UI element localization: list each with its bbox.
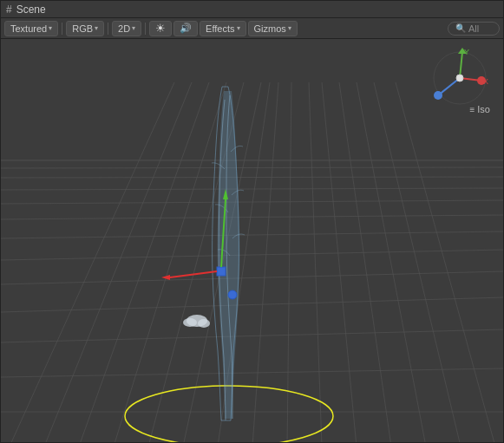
effects-label: Effects (206, 23, 234, 34)
dimension-label: 2D (118, 23, 130, 34)
iso-label: ≡ Iso (469, 104, 490, 114)
search-placeholder: All (468, 23, 479, 34)
effects-arrow: ▾ (237, 24, 240, 32)
speaker-icon: 🔊 (180, 23, 192, 34)
view-mode-dropdown[interactable]: Textured ▾ (4, 21, 58, 36)
scene-icon: # (6, 3, 12, 16)
sep3 (145, 23, 146, 35)
svg-text:Y: Y (464, 48, 469, 56)
toolbar: Textured ▾ RGB ▾ 2D ▾ ☀ 🔊 Effects ▾ Gizm… (1, 18, 503, 39)
svg-point-37 (198, 319, 210, 328)
gizmos-arrow: ▾ (288, 24, 291, 32)
color-mode-arrow: ▾ (95, 24, 98, 32)
gizmos-dropdown[interactable]: Gizmos ▾ (248, 21, 298, 36)
color-mode-label: RGB (72, 23, 93, 34)
gizmos-label: Gizmos (254, 23, 286, 34)
transform-origin (217, 267, 226, 276)
effects-dropdown[interactable]: Effects ▾ (200, 21, 245, 36)
svg-text:X: X (483, 77, 488, 86)
svg-point-40 (434, 91, 442, 100)
svg-point-36 (183, 318, 197, 327)
search-field[interactable]: 🔍 All (448, 22, 500, 36)
axis-gizmo[interactable]: Y X (429, 48, 490, 108)
dimension-arrow: ▾ (132, 24, 135, 32)
view-mode-label: Textured (10, 23, 47, 34)
window-title: Scene (16, 3, 46, 16)
gizmo-svg: Y X (429, 48, 490, 108)
svg-point-34 (228, 290, 237, 299)
grid-overlay: .grid-line { stroke: #525252; stroke-wid… (1, 39, 503, 442)
viewport[interactable]: .grid-line { stroke: #525252; stroke-wid… (1, 39, 503, 442)
dimension-dropdown[interactable]: 2D ▾ (112, 21, 141, 36)
sun-icon: ☀ (155, 22, 166, 35)
speaker-button[interactable]: 🔊 (173, 21, 198, 36)
svg-point-47 (456, 75, 463, 81)
title-bar: # Scene (1, 1, 503, 18)
search-icon: 🔍 (455, 23, 466, 33)
color-mode-dropdown[interactable]: RGB ▾ (66, 21, 104, 36)
svg-rect-0 (1, 39, 503, 442)
view-mode-arrow: ▾ (49, 24, 52, 32)
scene-window: # Scene Textured ▾ RGB ▾ 2D ▾ ☀ 🔊 Effect… (0, 0, 504, 443)
sep1 (62, 23, 62, 35)
iso-text: Iso (477, 104, 490, 114)
iso-lines-icon: ≡ (469, 105, 475, 114)
sun-button[interactable]: ☀ (149, 21, 172, 36)
sep2 (108, 23, 108, 35)
